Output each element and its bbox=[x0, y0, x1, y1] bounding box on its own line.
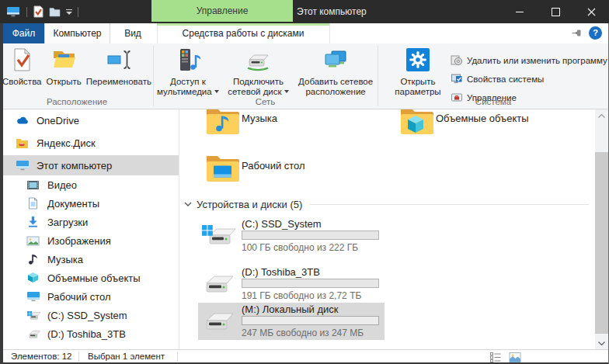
folder-tile-music[interactable]: Музыка bbox=[198, 109, 385, 140]
folder-tile-desktop[interactable]: Рабочий стол bbox=[198, 151, 385, 188]
group-separator bbox=[378, 46, 378, 106]
sidebar-item-yandex-disk[interactable]: Яндекс.Диск bbox=[0, 133, 179, 152]
folder-tile-3d-objects[interactable]: Объемные объекты bbox=[392, 109, 579, 140]
sidebar-item-drive-c[interactable]: (C:) SSD_System bbox=[0, 306, 179, 324]
rename-button[interactable]: Переименовать bbox=[84, 47, 154, 88]
downloads-icon bbox=[26, 216, 41, 228]
chevron-down-icon bbox=[598, 341, 605, 345]
onedrive-cloud-icon bbox=[16, 114, 30, 127]
sidebar-item-documents[interactable]: Документы bbox=[0, 194, 179, 213]
navigation-pane: OneDrive Яндекс.Диск Этот компьютер Виде… bbox=[0, 109, 179, 349]
open-settings-button[interactable]: Открыть параметры bbox=[388, 47, 447, 99]
drive-name: (D:) Toshiba_3TB bbox=[242, 266, 320, 278]
sidebar-item-desktop[interactable]: Рабочий стол bbox=[0, 287, 179, 306]
chevron-up-icon bbox=[598, 114, 605, 118]
separator bbox=[78, 7, 78, 17]
status-bar: Элементов: 12 Выбран 1 элемент bbox=[0, 349, 609, 363]
network-location-icon bbox=[323, 47, 348, 75]
drive-icon bbox=[26, 328, 41, 340]
yandex-disk-icon bbox=[16, 137, 30, 149]
close-icon bbox=[587, 8, 596, 16]
tab-view[interactable]: Вид bbox=[109, 23, 158, 43]
details-view-button[interactable] bbox=[488, 351, 503, 363]
folder-icon[interactable] bbox=[49, 6, 61, 18]
properties-button[interactable]: Свойства bbox=[0, 47, 44, 88]
drive-tile-d[interactable]: (D:) Toshiba_3TB 191 ГБ свободно из 2,72… bbox=[198, 265, 385, 303]
contextual-tab-accent bbox=[157, 23, 329, 26]
section-label: Устройства и диски (5) bbox=[197, 199, 302, 210]
separator bbox=[26, 7, 27, 17]
drive-free-space: 191 ГБ свободно из 2,72 ТБ bbox=[242, 290, 361, 301]
tab-disk-tools[interactable]: Средства работы с дисками bbox=[157, 23, 330, 43]
contextual-tab-manage[interactable]: Управление bbox=[151, 0, 293, 22]
scrollbar-thumb[interactable] bbox=[595, 152, 608, 334]
folder-label: Объемные объекты bbox=[436, 113, 529, 124]
selection-count: Выбран 1 элемент bbox=[88, 352, 165, 361]
group-label-system: Система bbox=[379, 97, 607, 106]
system-properties-button[interactable]: Свойства системы bbox=[451, 70, 607, 88]
desktop-icon bbox=[26, 290, 41, 303]
computer-icon[interactable] bbox=[6, 5, 21, 18]
open-folder-icon bbox=[51, 47, 76, 75]
dropdown-arrow-icon bbox=[284, 90, 289, 93]
drive-free-space: 247 МБ свободно из 247 МБ bbox=[242, 328, 364, 338]
sidebar-item-videos[interactable]: Видео bbox=[0, 175, 179, 194]
folder-label: Рабочий стол bbox=[242, 160, 305, 172]
minimize-button[interactable] bbox=[502, 0, 538, 23]
scroll-up-button[interactable] bbox=[595, 109, 608, 122]
sidebar-item-onedrive[interactable]: OneDrive bbox=[0, 111, 179, 130]
drive-free-space: 100 ГБ свободно из 222 ГБ bbox=[242, 242, 358, 253]
vertical-scrollbar[interactable] bbox=[595, 109, 608, 349]
ribbon-group-network: Доступ к мультимедиа Подключить сетевой … bbox=[154, 43, 377, 109]
status-separator bbox=[78, 352, 79, 362]
rename-icon bbox=[106, 47, 131, 75]
drive-icon bbox=[200, 269, 236, 299]
customize-dropdown-icon[interactable] bbox=[66, 9, 72, 15]
documents-icon bbox=[26, 197, 41, 210]
sidebar-item-drive-d[interactable]: (D:) Toshiba_3TB bbox=[0, 324, 179, 343]
sidebar-item-pictures[interactable]: Изображения bbox=[0, 231, 179, 250]
sidebar-item-music[interactable]: Музыка bbox=[0, 250, 179, 269]
section-header-devices-and-drives[interactable]: Устройства и диски (5) bbox=[180, 196, 595, 212]
uninstall-program-icon bbox=[451, 54, 463, 67]
drive-tile-m-selected[interactable]: (M:) Локальный диск 247 МБ свободно из 2… bbox=[198, 303, 385, 340]
system-properties-icon bbox=[451, 73, 463, 85]
system-drive-icon bbox=[200, 221, 236, 251]
open-button[interactable]: Открыть bbox=[44, 47, 84, 88]
media-access-button[interactable]: Доступ к мультимедиа bbox=[154, 47, 222, 99]
drive-tile-c[interactable]: (C:) SSD_System 100 ГБ свободно из 222 Г… bbox=[198, 217, 385, 255]
map-network-drive-button[interactable]: Подключить сетевой диск bbox=[222, 47, 294, 99]
uninstall-program-button[interactable]: Удалить или изменить программу bbox=[451, 51, 607, 70]
sidebar-item-3d-objects[interactable]: Объемные объекты bbox=[0, 269, 179, 287]
window-title: Этот компьютер bbox=[297, 0, 367, 23]
tab-file[interactable]: Файл bbox=[3, 23, 44, 43]
drive-name: (M:) Локальный диск bbox=[242, 303, 338, 315]
tab-computer[interactable]: Компьютер bbox=[44, 23, 110, 43]
file-list-pane: Музыка Объемные объекты Рабочий стол Уст… bbox=[180, 109, 595, 349]
maximize-button[interactable] bbox=[538, 0, 573, 23]
details-view-icon bbox=[489, 352, 502, 363]
maximize-icon bbox=[552, 8, 560, 16]
section-rule bbox=[310, 204, 589, 205]
computer-icon bbox=[16, 159, 30, 172]
video-icon bbox=[26, 179, 41, 191]
close-button[interactable] bbox=[573, 0, 609, 23]
properties-icon[interactable] bbox=[33, 5, 44, 18]
scroll-down-button[interactable] bbox=[595, 337, 608, 349]
help-button[interactable]: ? bbox=[589, 26, 602, 40]
ribbon-group-system: Открыть параметры Удалить или изменить п… bbox=[379, 43, 607, 109]
sidebar-item-this-pc[interactable]: Этот компьютер bbox=[0, 155, 179, 175]
group-label-network: Сеть bbox=[154, 97, 377, 106]
sidebar-item-downloads[interactable]: Загрузки bbox=[0, 213, 179, 231]
music-icon bbox=[26, 253, 41, 265]
add-network-location-button[interactable]: Добавить сетевое расположение bbox=[294, 47, 377, 99]
ribbon-group-location: Свойства Открыть Переименовать Расположе… bbox=[2, 43, 152, 109]
thumbnails-view-button[interactable] bbox=[507, 351, 523, 363]
drive-usage-bar bbox=[242, 279, 379, 288]
pin-ribbon-icon[interactable] bbox=[571, 28, 583, 38]
drive-usage-bar bbox=[242, 316, 379, 325]
map-drive-icon bbox=[245, 47, 270, 75]
chevron-down-icon bbox=[184, 202, 192, 206]
thumbnails-view-icon bbox=[509, 352, 521, 363]
ribbon-tab-row: Файл Компьютер Вид Средства работы с дис… bbox=[0, 23, 609, 43]
